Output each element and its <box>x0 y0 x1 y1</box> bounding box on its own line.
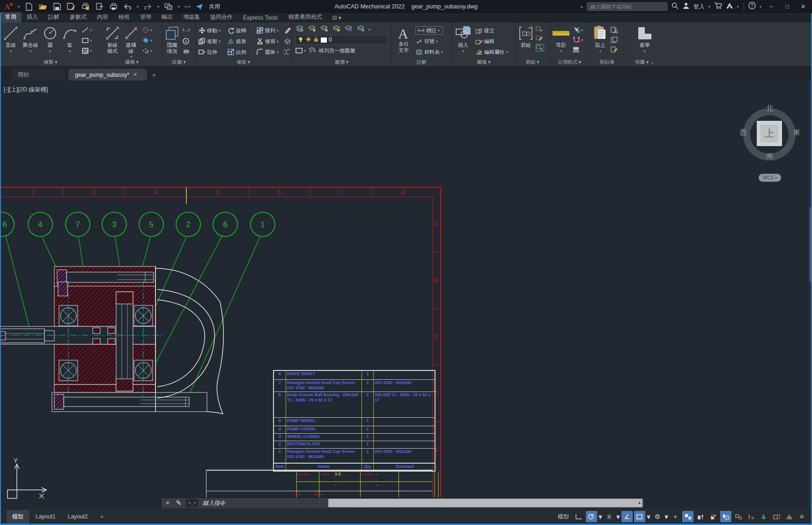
annotation-autoscale-icon[interactable] <box>758 511 769 522</box>
new-layout-icon[interactable]: + <box>94 510 109 523</box>
quick-select-icon[interactable]: ▾ <box>573 26 583 34</box>
tab-view[interactable]: 檢視 <box>113 12 135 22</box>
line-button[interactable]: 直線▾ <box>3 22 19 54</box>
dimension-button[interactable]: 標註▾ <box>415 26 443 35</box>
paste-special-icon[interactable] <box>611 46 618 53</box>
maximize-button[interactable]: □ <box>781 1 793 12</box>
erase-construction-icon[interactable]: ▾ <box>142 47 152 54</box>
viewcube-south[interactable]: 南 <box>766 152 773 161</box>
undo-icon[interactable] <box>123 2 132 11</box>
snap-caret-icon[interactable]: ▾ <box>616 512 620 521</box>
move-button[interactable]: 移動▾ <box>199 25 228 36</box>
cart-icon[interactable] <box>714 2 722 11</box>
auto-construction-icon[interactable]: ▾ <box>142 37 152 44</box>
help-icon[interactable]: ? <box>748 2 756 11</box>
ribbon-display-toggle-icon[interactable]: ⊟ ▾ <box>327 14 346 22</box>
drawline-mini-icon[interactable]: ▾ <box>81 26 92 34</box>
dynamic-input-icon[interactable] <box>586 511 597 522</box>
layer-combo[interactable]: 0 <box>295 35 388 44</box>
layout-tab-layout2[interactable]: Layout2 <box>62 510 94 523</box>
tab-express-tools[interactable]: Express Tools <box>238 14 283 22</box>
insert-block-button[interactable]: 插入▾ <box>455 22 472 56</box>
command-history-up-icon[interactable]: ▴ <box>638 500 641 505</box>
layer-unlock-icon[interactable] <box>313 36 319 44</box>
file-tab-document[interactable]: gear_pump_subassy*✕ <box>68 69 147 81</box>
search-input[interactable]: 鍵入關鍵字或詞組 <box>587 2 667 11</box>
layout-tab-model[interactable]: 模型 <box>7 510 29 524</box>
trim-button[interactable]: 修剪▾ <box>257 36 284 46</box>
layer-state-icon[interactable]: ▾ <box>295 47 306 54</box>
layer-unisolate-icon[interactable] <box>356 25 365 34</box>
rotate-button[interactable]: 旋轉 <box>228 25 257 36</box>
app-menu-caret-icon[interactable]: ▾ <box>18 5 20 9</box>
edit-attributes-button[interactable]: 編輯屬性▾ <box>475 48 508 56</box>
ungroup-icon[interactable] <box>536 25 544 33</box>
group-selection-toggle-icon[interactable] <box>536 44 544 52</box>
polar-caret-icon[interactable]: ▾ <box>647 512 650 521</box>
command-close-icon[interactable]: ✕ <box>165 500 170 506</box>
transparency-icon[interactable] <box>720 511 731 522</box>
layer-properties-icon[interactable] <box>295 25 304 34</box>
new-file-icon[interactable] <box>24 2 34 11</box>
tab-featured-apps[interactable]: 精選應用程式 <box>283 12 327 22</box>
share-icon[interactable] <box>195 2 204 11</box>
panel-detail-label[interactable]: 詳圖 ▾ <box>162 59 195 66</box>
scale-button[interactable]: 比例 <box>228 47 257 57</box>
viewcube-north[interactable]: 北 <box>766 104 773 113</box>
measure-button[interactable]: 等距▾ <box>552 22 570 53</box>
sign-in-label[interactable]: 登入 <box>694 3 705 11</box>
print-icon[interactable] <box>109 2 118 11</box>
drawing-canvas[interactable]: [-][上][2D 線架構] <box>0 81 812 508</box>
redo-icon[interactable] <box>143 2 153 11</box>
search-icon[interactable] <box>671 2 679 11</box>
autodesk-icon[interactable] <box>726 2 733 11</box>
detail-tool-icon[interactable] <box>182 48 191 55</box>
qat-customize-icon[interactable]: ═ ▾ <box>185 5 190 9</box>
model-paper-toggle[interactable]: 模型 <box>555 513 572 521</box>
polar-tracking-icon[interactable] <box>634 511 645 522</box>
autosnap-marker-icon[interactable]: + <box>670 511 681 522</box>
panel-construct-label[interactable]: 建構 ▾ <box>102 59 162 66</box>
hamburger-menu-icon[interactable]: ≡ <box>796 511 807 522</box>
viewcube-east[interactable]: 東 <box>793 128 800 137</box>
mtext-button[interactable]: A 多行文字 <box>396 22 412 56</box>
ortho-icon[interactable]: ∠ <box>621 511 633 522</box>
redo-caret-icon[interactable]: ▾ <box>157 5 159 9</box>
panel-utilities-label[interactable]: 公用程式 ▾ <box>549 59 590 66</box>
magnet-icon[interactable]: ▾ <box>573 36 583 44</box>
command-input[interactable]: 鍵入指令 <box>203 499 225 507</box>
layer-freeze-icon[interactable] <box>320 25 328 34</box>
dynamic-input-caret-icon[interactable]: ▾ <box>598 512 602 521</box>
fillet-button[interactable]: 圓角▾ <box>257 47 284 57</box>
copy-clip-icon[interactable] <box>611 36 618 44</box>
minimize-button[interactable]: – <box>765 1 777 12</box>
paste-button[interactable]: 貼上▾ <box>592 22 608 53</box>
hatch-mini-icon[interactable]: ▾ <box>81 47 92 54</box>
calculator-icon[interactable] <box>573 46 583 53</box>
ucs-icon[interactable] <box>7 464 46 498</box>
layer-on-icon[interactable] <box>298 36 303 44</box>
polyline-button[interactable]: 聚合線▾ <box>22 22 38 54</box>
layer-color-swatch[interactable] <box>321 37 327 43</box>
base-view-button[interactable]: 基準▾ <box>635 22 654 53</box>
move-to-layer-label[interactable]: 移到另一個圖層 <box>319 47 355 54</box>
mirror-button[interactable]: 鏡射 <box>228 36 257 46</box>
cut-icon[interactable] <box>611 26 618 34</box>
section-line-icon[interactable]: AA <box>182 27 191 35</box>
command-line[interactable]: ✕ >_▾ 鍵入指令 ▴ <box>161 497 645 508</box>
panel-block-label[interactable]: 圖塊 ▾ <box>452 59 516 66</box>
edit-block-button[interactable]: 編輯 <box>475 37 508 45</box>
stretch-button[interactable]: 拉伸 <box>199 47 228 57</box>
group-edit-icon[interactable] <box>536 35 544 42</box>
object-snap-tracking-icon[interactable] <box>695 511 706 522</box>
annotation-scale-icon[interactable] <box>771 511 782 522</box>
hide-situation-button[interactable]: 隱藏情況 <box>164 22 180 55</box>
rectangle-mini-icon[interactable]: ▾ <box>81 37 92 44</box>
plot-icon[interactable] <box>81 2 90 11</box>
undo-caret-icon[interactable]: ▾ <box>137 5 139 9</box>
tab-manage[interactable]: 管理 <box>135 12 156 22</box>
tab-content[interactable]: 內容 <box>92 12 113 22</box>
copy-button[interactable]: 複製▾ <box>199 36 228 46</box>
create-block-button[interactable]: 建立 <box>475 26 508 35</box>
ray-mode-button[interactable]: 射線模式 <box>104 22 120 59</box>
